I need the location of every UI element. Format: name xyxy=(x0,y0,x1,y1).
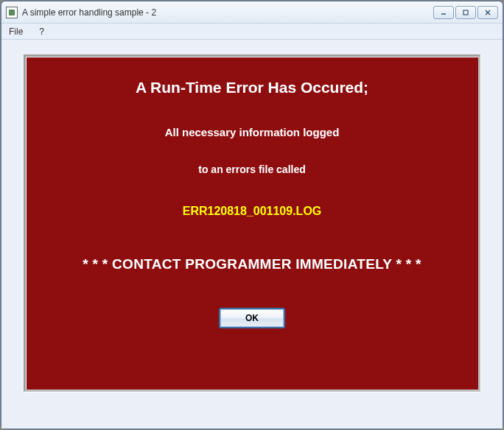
client-area: A Run-Time Error Has Occured; All necess… xyxy=(1,40,503,429)
error-panel: A Run-Time Error Has Occured; All necess… xyxy=(29,60,475,387)
error-contact: * * * CONTACT PROGRAMMER IMMEDIATELY * *… xyxy=(83,256,421,272)
error-info-line2: to an errors file called xyxy=(198,163,306,175)
error-logfile: ERR120818_001109.LOG xyxy=(183,205,322,218)
error-heading: A Run-Time Error Has Occured; xyxy=(136,79,368,96)
window-title: A simple error handling sample - 2 xyxy=(22,7,433,18)
app-icon xyxy=(6,7,18,18)
app-window: A simple error handling sample - 2 File … xyxy=(1,1,503,429)
titlebar: A simple error handling sample - 2 xyxy=(1,1,503,24)
menu-help[interactable]: ? xyxy=(36,25,47,38)
window-controls xyxy=(433,6,498,19)
minimize-button[interactable] xyxy=(433,6,454,19)
svg-rect-1 xyxy=(463,10,468,15)
error-panel-frame: A Run-Time Error Has Occured; All necess… xyxy=(24,54,480,392)
error-info-line1: All necessary information logged xyxy=(165,126,340,138)
ok-button[interactable]: OK xyxy=(219,308,285,328)
close-button[interactable] xyxy=(477,6,498,19)
maximize-button[interactable] xyxy=(455,6,476,19)
menu-file[interactable]: File xyxy=(6,25,26,38)
menubar: File ? xyxy=(1,24,503,40)
